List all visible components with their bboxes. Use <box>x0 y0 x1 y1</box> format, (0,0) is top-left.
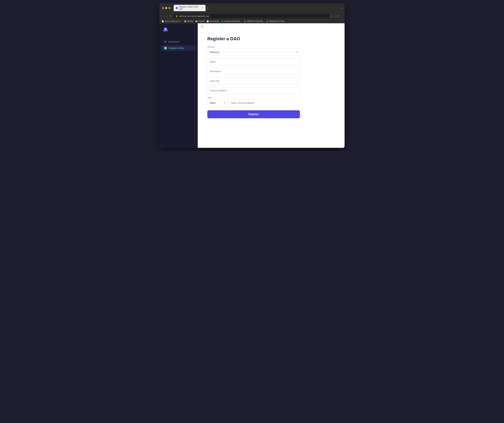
title-bar: Register a DAO | DAO Hub ✕ + ⌄ <box>159 3 345 13</box>
new-tab-button[interactable]: + <box>207 6 209 10</box>
bookmark-folder-icon: 📁 <box>184 20 186 22</box>
top-search-bar: 🔍 <box>198 23 345 30</box>
svg-rect-0 <box>163 30 168 31</box>
traffic-lights <box>162 7 170 9</box>
bookmarks-bar: 📄 רב קו אונליין | טוענ... 📁 Money 📁 Cont… <box>159 19 345 23</box>
sidebar-nav: ⊞ Dashboard + Register a Dao <box>159 37 198 53</box>
bookmark-item-excalidraw[interactable]: 📄 Excalidraw <box>207 20 219 22</box>
bookmark-label: רב קו אונליין | טוענ... <box>165 20 182 22</box>
token-contract-input[interactable] <box>228 99 300 106</box>
register-dao-form: Register a DAO Network Ethereum Polygon … <box>198 30 309 125</box>
logo-uri-input[interactable] <box>207 77 300 85</box>
token-contract-field <box>228 99 300 106</box>
type-token-field-group: Type Token NFT Multisig <box>207 97 300 106</box>
network-select-wrapper: Ethereum Polygon Arbitrum Optimism <box>207 49 300 56</box>
treasury-address-input[interactable] <box>207 87 300 94</box>
minimize-button[interactable] <box>165 7 167 9</box>
form-title: Register a DAO <box>207 36 300 41</box>
sidebar-item-dashboard-label: Dashboard <box>168 41 179 43</box>
bookmark-page-icon: 📄 <box>207 20 209 22</box>
sidebar-item-register-dao-label: Register a Dao <box>169 47 184 49</box>
treasury-address-field-group <box>207 87 300 94</box>
description-field-group <box>207 68 300 75</box>
network-field-group: Network Ethereum Polygon Arbitrum Optimi… <box>207 46 300 56</box>
bookmark-cola-label: Welcome To Cola... <box>269 20 286 22</box>
tab-title: Register a DAO | DAO Hub <box>179 6 199 10</box>
bookmark-folder-icon-2: 📁 <box>195 20 198 22</box>
url-bar[interactable]: 🔒 daohub-nine.vercel.app/add_dao <box>174 14 329 18</box>
tab-favicon <box>176 7 178 9</box>
type-row: Type Token NFT Multisig <box>207 97 300 106</box>
maximize-button[interactable] <box>168 7 170 9</box>
reload-button[interactable]: ↻ <box>170 15 172 18</box>
bookmark-favicon: 📄 <box>162 20 164 22</box>
address-actions: ⬆ ☆ ⧉ ⋮ <box>331 15 342 17</box>
sidebar-item-dashboard[interactable]: ⊞ Dashboard <box>161 39 196 45</box>
back-button[interactable]: ← <box>162 15 164 18</box>
svg-rect-1 <box>164 29 167 30</box>
share-icon[interactable]: ⬆ <box>331 15 333 17</box>
svg-rect-2 <box>164 28 167 29</box>
bookmark-item-contrib[interactable]: 📁 Contrib <box>195 20 205 22</box>
type-select[interactable]: Token NFT Multisig <box>207 99 227 106</box>
app-logo-icon <box>163 27 168 33</box>
main-content: 🔍 Register a DAO Network Ethereum Polygo… <box>198 23 345 148</box>
bookmark-globe-icon-3: 🌐 <box>266 20 268 22</box>
bookmark-item-owsap[interactable]: 🌐 OWSAP Cheat Sh... <box>244 20 264 22</box>
bookmark-item-cola[interactable]: 🌐 Welcome To Cola... <box>266 20 286 22</box>
bookmark-kubectl-label: kubectl Cheat She... <box>224 20 241 22</box>
network-label: Network <box>207 46 300 48</box>
register-button[interactable]: Register <box>207 110 300 118</box>
bookmark-owsap-label: OWSAP Cheat Sh... <box>247 20 264 22</box>
description-input[interactable] <box>207 68 300 75</box>
bookmark-icon[interactable]: ☆ <box>334 15 336 17</box>
type-label: Type <box>207 97 227 99</box>
sidebar: ⊞ Dashboard + Register a Dao <box>159 23 198 148</box>
forward-button[interactable]: → <box>166 15 168 18</box>
app-layout: ⊞ Dashboard + Register a Dao 🔍 Register … <box>159 23 345 148</box>
address-bar: ← → ↻ 🔒 daohub-nine.vercel.app/add_dao ⬆… <box>159 13 345 19</box>
window-chevron: ⌄ <box>340 7 342 9</box>
bookmark-item-money[interactable]: 📁 Money <box>184 20 193 22</box>
menu-icon[interactable]: ⋮ <box>340 15 342 17</box>
search-icon: 🔍 <box>201 25 204 28</box>
url-text: daohub-nine.vercel.app/add_dao <box>179 15 209 17</box>
bookmark-item-kubectl[interactable]: 🌐 kubectl Cheat She... <box>221 20 241 22</box>
name-field-group <box>207 58 300 65</box>
type-field-wrap: Type Token NFT Multisig <box>207 97 227 106</box>
tab-close-button[interactable]: ✕ <box>201 7 203 9</box>
dashboard-icon: ⊞ <box>164 40 166 43</box>
type-select-wrapper: Token NFT Multisig <box>207 99 227 106</box>
bookmark-item[interactable]: 📄 רב קו אונליין | טוענ... <box>162 20 182 22</box>
active-tab[interactable]: Register a DAO | DAO Hub ✕ <box>174 5 205 11</box>
register-dao-icon: + <box>164 47 167 49</box>
sidebar-item-register-dao[interactable]: + Register a Dao <box>161 45 196 51</box>
bookmark-excalidraw-label: Excalidraw <box>210 20 219 22</box>
extensions-icon[interactable]: ⧉ <box>337 15 339 17</box>
bookmark-contrib-label: Contrib <box>198 20 205 22</box>
logo-uri-field-group <box>207 77 300 85</box>
sidebar-logo <box>159 23 198 37</box>
bookmark-globe-icon: 🌐 <box>221 20 223 22</box>
bookmark-globe-icon-2: 🌐 <box>244 20 246 22</box>
close-button[interactable] <box>162 7 164 9</box>
bookmark-money-label: Money <box>187 20 193 22</box>
lock-icon: 🔒 <box>175 15 178 17</box>
name-input[interactable] <box>207 58 300 65</box>
network-select[interactable]: Ethereum Polygon Arbitrum Optimism <box>207 49 300 56</box>
tab-bar: Register a DAO | DAO Hub ✕ + <box>174 5 338 11</box>
